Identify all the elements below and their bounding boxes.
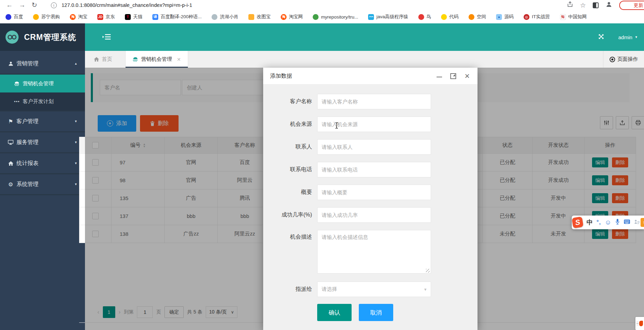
bookmark-item[interactable]: ◎ IT实战营 xyxy=(524,14,550,20)
favicon xyxy=(469,14,474,20)
favicon: T xyxy=(125,14,131,20)
favicon xyxy=(248,14,254,20)
sidebar-item-system[interactable]: ⚙ 系统管理 ▼ xyxy=(0,174,85,195)
bookmark-item[interactable]: 知 中国知网 xyxy=(560,14,587,20)
customer-name-input[interactable] xyxy=(317,94,431,109)
field-label: 机会来源 xyxy=(263,121,312,128)
bookmark-item[interactable]: 淘 淘宝 xyxy=(70,14,87,20)
sidebar-item-label: 服务管理 xyxy=(17,139,39,146)
form-row: 机会来源 xyxy=(263,117,477,132)
bookmark-item[interactable]: 改图宝 xyxy=(248,14,271,20)
caret-icon: ▼ xyxy=(74,120,77,123)
ime-mode-toggle[interactable]: 中 xyxy=(587,218,593,227)
bookmark-label: 中国知网 xyxy=(568,14,587,20)
maximize-icon[interactable] xyxy=(450,73,456,79)
bookmark-item[interactable]: 苏宁易购 xyxy=(33,14,60,20)
address-bar[interactable]: i 127.0.0.1:8080/crm/main#sale_chance/in… xyxy=(51,2,192,8)
cancel-button[interactable]: 取消 xyxy=(359,304,393,321)
tab-sale-chance[interactable]: 营销机会管理 ✕ xyxy=(125,51,188,68)
modal-body: 客户名称机会来源联系人联系电话概要成功几率(%)机会描述指派给请选择▼ 确认 取… xyxy=(263,85,477,321)
emoji-icon[interactable]: ☺ xyxy=(605,219,611,226)
bookmark-item[interactable]: T 天猫 xyxy=(125,14,142,20)
minimize-icon[interactable] xyxy=(437,75,442,77)
close-tab-icon[interactable]: ✕ xyxy=(177,57,181,62)
sidebar-item-marketing[interactable]: 营销管理 ▲ xyxy=(0,54,85,75)
sidebar-item-label: 客户管理 xyxy=(17,118,39,125)
bookmark-label: 代码 xyxy=(449,14,459,20)
field-label: 成功几率(%) xyxy=(263,211,312,219)
confirm-button[interactable]: 确认 xyxy=(317,304,352,321)
logo-block: CRM管理系统 xyxy=(0,23,85,51)
bookmark-item[interactable]: ᴖᴖ java高级程序猿 xyxy=(368,14,408,20)
bookmark-item[interactable]: 空间 xyxy=(469,14,486,20)
sidebar-item-sale-chance[interactable]: 营销机会管理 xyxy=(0,75,85,92)
caret-icon: ▲ xyxy=(74,62,77,65)
ime-toolbar: S 中 °, ☺ ↑ xyxy=(572,216,644,229)
success-rate-input[interactable] xyxy=(317,207,431,223)
collapse-menu-icon[interactable] xyxy=(103,34,111,41)
form-row: 指派给请选择▼ xyxy=(263,282,477,297)
page-operations-button[interactable]: 页面操作 xyxy=(603,51,644,68)
form-row: 机会描述 xyxy=(263,230,477,275)
fullscreen-icon[interactable] xyxy=(598,33,604,41)
user-menu[interactable]: admin ▼ xyxy=(618,34,638,40)
bookmark-item[interactable]: 代码 xyxy=(441,14,459,20)
assign-to-select[interactable]: 请选择▼ xyxy=(317,282,431,297)
bookmark-star-icon[interactable]: ☆ xyxy=(580,1,586,9)
bookmark-label: 改图宝 xyxy=(257,14,271,20)
favicon xyxy=(212,14,217,20)
favicon xyxy=(6,14,11,20)
bookmark-item[interactable]: JD 京东 xyxy=(97,14,115,20)
bookmark-item[interactable]: 译 百度翻译-200种语... xyxy=(152,14,202,20)
bookmark-item[interactable]: 洪湖小肖 xyxy=(212,14,238,20)
ime-corner-widget[interactable] xyxy=(635,317,644,330)
chevron-down-icon: ▼ xyxy=(635,35,638,39)
sidebar-item-report[interactable]: 统计报表 ▼ xyxy=(0,153,85,174)
ime-toolbox-icon[interactable]: ↑ xyxy=(641,218,644,227)
microphone-icon[interactable] xyxy=(615,219,620,226)
url-text[interactable]: 127.0.0.1:8080/crm/main#sale_chance/inde… xyxy=(62,2,192,8)
modal-header[interactable]: 添加数据 ✕ xyxy=(263,68,477,85)
side-panel-icon[interactable] xyxy=(593,2,599,8)
browser-toolbar: ← → ↻ i 127.0.0.1:8080/crm/main#sale_cha… xyxy=(0,0,644,10)
sidebar-item-label: 营销管理 xyxy=(17,60,39,67)
bookmarks-bar: 百度 苏宁易购 淘 淘宝 JD 京东 T 天猫 译 百度翻译-200种语... … xyxy=(0,10,644,24)
chance-source-input[interactable] xyxy=(317,117,431,132)
bookmark-label: java高级程序猿 xyxy=(376,14,408,20)
profile-icon[interactable] xyxy=(605,1,612,9)
sogou-logo-icon[interactable]: S xyxy=(572,217,583,228)
bookmark-label: 百度 xyxy=(14,14,23,20)
bookmark-item[interactable]: 百度 xyxy=(6,14,23,20)
update-button[interactable]: 更新 xyxy=(619,1,644,10)
app-header: CRM管理系统 admin ▼ xyxy=(0,23,644,51)
tab-home[interactable]: 首页 xyxy=(85,51,121,68)
bookmark-item[interactable]: 鸟 xyxy=(418,14,431,20)
contact-phone-input[interactable] xyxy=(317,162,431,177)
favicon xyxy=(33,14,39,20)
forward-icon[interactable]: → xyxy=(19,0,25,10)
bookmark-item[interactable]: ● 源码 xyxy=(496,14,514,20)
sidebar-item-cus-dev-plan[interactable]: ••• 客户开发计划 xyxy=(0,92,85,110)
keyboard-icon[interactable] xyxy=(624,219,630,226)
summary-input[interactable] xyxy=(317,185,431,200)
close-icon[interactable]: ✕ xyxy=(464,73,470,79)
site-info-icon[interactable]: i xyxy=(51,2,57,8)
bookmark-item[interactable]: 淘 淘宝网 xyxy=(281,14,303,20)
handwriting-icon[interactable] xyxy=(634,219,640,226)
share-icon[interactable] xyxy=(567,1,573,9)
chance-description-textarea[interactable] xyxy=(317,230,431,274)
sidebar-item-service[interactable]: 服务管理 ▼ xyxy=(0,132,85,153)
favicon: 知 xyxy=(560,14,566,20)
field-label: 概要 xyxy=(263,189,312,196)
screen: { "colors": { "header_teal": "#21a69a", … xyxy=(0,0,644,330)
bookmark-label: 源码 xyxy=(504,14,514,20)
form-row: 客户名称 xyxy=(263,94,477,109)
favicon: ᴖᴖ xyxy=(368,14,374,20)
ime-punctuation-toggle[interactable]: °, xyxy=(597,219,601,226)
sidebar-item-customer[interactable]: ⚑ 客户管理 ▼ xyxy=(0,111,85,132)
favicon: 淘 xyxy=(70,14,76,20)
contact-person-input[interactable] xyxy=(317,139,431,155)
bookmark-item[interactable]: myrepository/tru... xyxy=(313,14,358,20)
back-icon[interactable]: ← xyxy=(6,0,13,10)
reload-icon[interactable]: ↻ xyxy=(32,0,37,10)
